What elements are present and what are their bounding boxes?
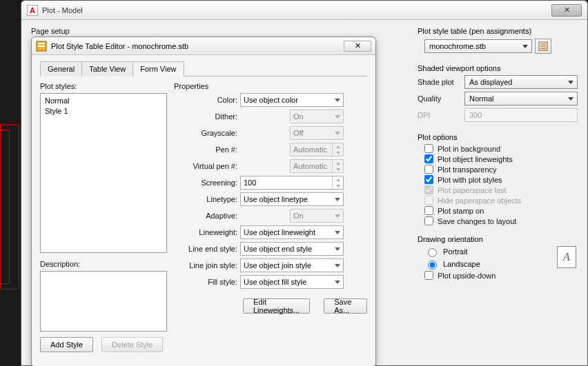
grayscale-combo[interactable]: Off: [290, 126, 344, 140]
vpen-spin[interactable]: Automatic: [290, 159, 344, 173]
plot-close-button[interactable]: ✕: [551, 4, 582, 17]
plot-style-editor-dialog: Plot Style Table Editor - monochrome.stb…: [31, 37, 376, 366]
adaptive-label: Adaptive:: [174, 212, 237, 220]
plot-title-text: Plot - Model: [42, 6, 83, 14]
editor-title-text: Plot Style Table Editor - monochrome.stb: [51, 42, 188, 50]
radio-landscape[interactable]: Landscape: [424, 258, 578, 270]
tab-form-view[interactable]: Form View: [133, 61, 184, 77]
joinstyle-combo[interactable]: Use object join style: [240, 258, 344, 272]
plot-styles-label: Plot styles:: [40, 82, 167, 90]
plot-titlebar: A Plot - Model ✕: [21, 1, 587, 20]
vpen-label: Virtual pen #:: [174, 162, 237, 170]
plot-style-table-title: Plot style table (pen assignments): [418, 27, 578, 35]
tab-table-view[interactable]: Table View: [81, 61, 133, 77]
app-icon: A: [27, 5, 38, 16]
plot-style-table-select[interactable]: monochrome.stb: [424, 39, 532, 53]
editor-close-button[interactable]: ✕: [344, 41, 371, 52]
page-setup-label: Page setup: [31, 27, 409, 35]
add-style-button[interactable]: Add Style: [40, 337, 93, 352]
svg-rect-1: [38, 43, 45, 44]
pen-spin[interactable]: Automatic: [290, 143, 344, 156]
chk-save-layout[interactable]: Save changes to layout: [424, 216, 578, 225]
shade-plot-label: Shade plot: [418, 78, 464, 86]
chk-plot-lineweights[interactable]: Plot object lineweights: [424, 154, 578, 163]
plot-options-title: Plot options: [418, 133, 578, 141]
list-item[interactable]: Style 1: [45, 106, 162, 116]
chk-paperspace-last: Plot paperspace last: [424, 185, 578, 194]
dpi-field: 300: [464, 108, 578, 122]
edit-plot-style-button[interactable]: [535, 39, 551, 54]
description-label: Description:: [40, 260, 167, 268]
dpi-label: DPI: [418, 111, 464, 119]
chk-plot-stamp[interactable]: Plot stamp on: [424, 206, 578, 215]
shade-plot-select[interactable]: As displayed: [464, 75, 578, 89]
chk-plot-background[interactable]: Plot in background: [424, 144, 578, 153]
delete-style-button: Delete Style: [101, 337, 163, 352]
orientation-icon: A: [557, 246, 576, 268]
quality-select[interactable]: Normal: [464, 92, 578, 105]
endstyle-label: Line end style:: [174, 245, 237, 253]
color-label: Color:: [174, 96, 237, 104]
save-as-button[interactable]: Save As...: [324, 298, 367, 314]
adaptive-combo[interactable]: On: [290, 209, 344, 223]
editor-icon: [36, 41, 47, 52]
chk-upside-down[interactable]: Plot upside-down: [424, 271, 578, 280]
color-combo[interactable]: Use object color: [240, 93, 344, 107]
svg-rect-2: [38, 45, 45, 47]
description-textarea[interactable]: [40, 271, 167, 332]
editor-tabs: General Table View Form View: [40, 61, 367, 77]
endstyle-combo[interactable]: Use object end style: [240, 242, 344, 256]
screening-spin[interactable]: 100: [240, 176, 344, 190]
fillstyle-label: Fill style:: [174, 278, 237, 286]
shaded-title: Shaded viewport options: [418, 64, 578, 72]
fillstyle-combo[interactable]: Use object fill style: [240, 275, 344, 289]
chk-hide-paperspace: Hide paperspace objects: [424, 196, 578, 205]
lineweight-label: Lineweight:: [174, 228, 237, 236]
plot-styles-list[interactable]: Normal Style 1: [40, 93, 167, 253]
linetype-combo[interactable]: Use object linetype: [240, 192, 344, 206]
screening-label: Screening:: [174, 179, 237, 187]
editor-titlebar: Plot Style Table Editor - monochrome.stb…: [32, 37, 375, 55]
orientation-title: Drawing orientation: [418, 235, 578, 243]
quality-label: Quality: [418, 94, 464, 103]
radio-portrait[interactable]: Portrait: [424, 246, 578, 257]
dither-combo[interactable]: On: [290, 110, 344, 123]
lineweight-combo[interactable]: Use object lineweight: [240, 225, 344, 239]
chk-plot-styles[interactable]: Plot with plot styles: [424, 175, 578, 184]
properties-label: Properties: [174, 82, 367, 90]
joinstyle-label: Line join style:: [174, 261, 237, 270]
grayscale-label: Grayscale:: [174, 129, 237, 137]
edit-lineweights-button[interactable]: Edit Lineweights...: [243, 298, 310, 314]
plot-dialog: A Plot - Model ✕ Page setup Plot Style T…: [21, 0, 588, 366]
chk-plot-transparency[interactable]: Plot transparency: [424, 165, 578, 174]
pen-label: Pen #:: [174, 145, 237, 154]
tab-general[interactable]: General: [40, 61, 82, 77]
linetype-label: Linetype:: [174, 195, 237, 203]
list-item[interactable]: Normal: [45, 96, 162, 106]
dither-label: Dither:: [174, 112, 237, 121]
